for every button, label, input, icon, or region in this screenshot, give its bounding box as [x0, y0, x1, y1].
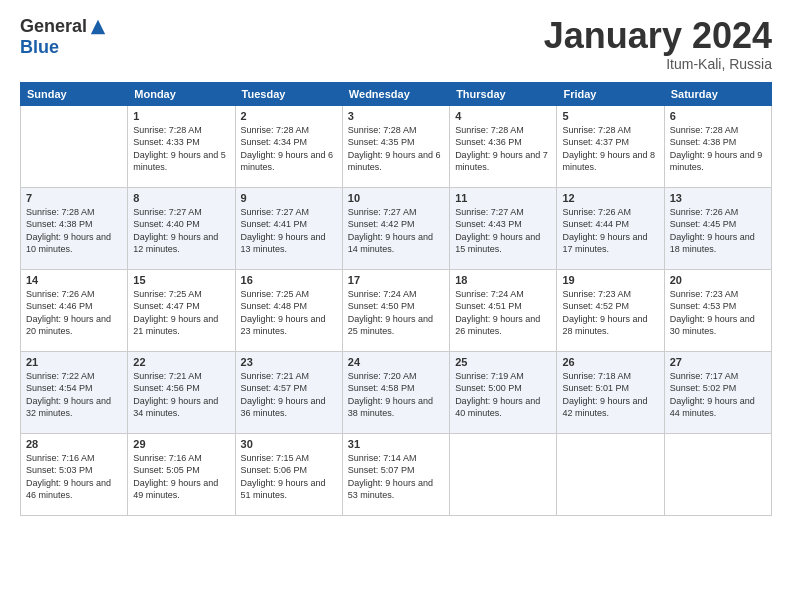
day-number: 28: [26, 438, 122, 450]
day-info: Sunrise: 7:24 AM Sunset: 4:50 PM Dayligh…: [348, 288, 444, 338]
day-info: Sunrise: 7:26 AM Sunset: 4:46 PM Dayligh…: [26, 288, 122, 338]
table-row: [557, 433, 664, 515]
day-info: Sunrise: 7:28 AM Sunset: 4:37 PM Dayligh…: [562, 124, 658, 174]
day-number: 6: [670, 110, 766, 122]
day-info: Sunrise: 7:28 AM Sunset: 4:33 PM Dayligh…: [133, 124, 229, 174]
day-number: 13: [670, 192, 766, 204]
day-info: Sunrise: 7:21 AM Sunset: 4:57 PM Dayligh…: [241, 370, 337, 420]
table-row: 25 Sunrise: 7:19 AM Sunset: 5:00 PM Dayl…: [450, 351, 557, 433]
day-number: 30: [241, 438, 337, 450]
title-area: January 2024 Itum-Kali, Russia: [544, 16, 772, 72]
day-info: Sunrise: 7:21 AM Sunset: 4:56 PM Dayligh…: [133, 370, 229, 420]
calendar-table: Sunday Monday Tuesday Wednesday Thursday…: [20, 82, 772, 516]
table-row: 27 Sunrise: 7:17 AM Sunset: 5:02 PM Dayl…: [664, 351, 771, 433]
day-number: 8: [133, 192, 229, 204]
day-number: 18: [455, 274, 551, 286]
day-info: Sunrise: 7:23 AM Sunset: 4:53 PM Dayligh…: [670, 288, 766, 338]
day-number: 11: [455, 192, 551, 204]
day-number: 2: [241, 110, 337, 122]
table-row: [450, 433, 557, 515]
table-row: 22 Sunrise: 7:21 AM Sunset: 4:56 PM Dayl…: [128, 351, 235, 433]
table-row: 12 Sunrise: 7:26 AM Sunset: 4:44 PM Dayl…: [557, 187, 664, 269]
day-number: 20: [670, 274, 766, 286]
calendar-header-row: Sunday Monday Tuesday Wednesday Thursday…: [21, 82, 772, 105]
table-row: 17 Sunrise: 7:24 AM Sunset: 4:50 PM Dayl…: [342, 269, 449, 351]
day-number: 16: [241, 274, 337, 286]
month-title: January 2024: [544, 16, 772, 56]
day-info: Sunrise: 7:27 AM Sunset: 4:40 PM Dayligh…: [133, 206, 229, 256]
day-number: 17: [348, 274, 444, 286]
svg-marker-0: [91, 19, 105, 33]
day-number: 24: [348, 356, 444, 368]
day-info: Sunrise: 7:23 AM Sunset: 4:52 PM Dayligh…: [562, 288, 658, 338]
day-info: Sunrise: 7:26 AM Sunset: 4:44 PM Dayligh…: [562, 206, 658, 256]
page: General Blue January 2024 Itum-Kali, Rus…: [0, 0, 792, 612]
day-number: 14: [26, 274, 122, 286]
day-number: 29: [133, 438, 229, 450]
day-info: Sunrise: 7:24 AM Sunset: 4:51 PM Dayligh…: [455, 288, 551, 338]
day-info: Sunrise: 7:15 AM Sunset: 5:06 PM Dayligh…: [241, 452, 337, 502]
day-number: 3: [348, 110, 444, 122]
day-info: Sunrise: 7:14 AM Sunset: 5:07 PM Dayligh…: [348, 452, 444, 502]
day-number: 4: [455, 110, 551, 122]
day-info: Sunrise: 7:16 AM Sunset: 5:03 PM Dayligh…: [26, 452, 122, 502]
logo-icon: [89, 18, 107, 36]
logo: General Blue: [20, 16, 107, 58]
table-row: 1 Sunrise: 7:28 AM Sunset: 4:33 PM Dayli…: [128, 105, 235, 187]
calendar-week-row: 28 Sunrise: 7:16 AM Sunset: 5:03 PM Dayl…: [21, 433, 772, 515]
logo-blue: Blue: [20, 37, 59, 58]
table-row: 4 Sunrise: 7:28 AM Sunset: 4:36 PM Dayli…: [450, 105, 557, 187]
day-info: Sunrise: 7:22 AM Sunset: 4:54 PM Dayligh…: [26, 370, 122, 420]
logo-general: General: [20, 16, 87, 37]
day-number: 21: [26, 356, 122, 368]
calendar-week-row: 7 Sunrise: 7:28 AM Sunset: 4:38 PM Dayli…: [21, 187, 772, 269]
day-number: 27: [670, 356, 766, 368]
day-number: 1: [133, 110, 229, 122]
col-friday: Friday: [557, 82, 664, 105]
table-row: 31 Sunrise: 7:14 AM Sunset: 5:07 PM Dayl…: [342, 433, 449, 515]
day-info: Sunrise: 7:28 AM Sunset: 4:36 PM Dayligh…: [455, 124, 551, 174]
day-info: Sunrise: 7:28 AM Sunset: 4:34 PM Dayligh…: [241, 124, 337, 174]
day-number: 5: [562, 110, 658, 122]
day-info: Sunrise: 7:28 AM Sunset: 4:38 PM Dayligh…: [670, 124, 766, 174]
day-number: 23: [241, 356, 337, 368]
day-info: Sunrise: 7:27 AM Sunset: 4:42 PM Dayligh…: [348, 206, 444, 256]
day-number: 9: [241, 192, 337, 204]
table-row: 18 Sunrise: 7:24 AM Sunset: 4:51 PM Dayl…: [450, 269, 557, 351]
day-number: 19: [562, 274, 658, 286]
table-row: 28 Sunrise: 7:16 AM Sunset: 5:03 PM Dayl…: [21, 433, 128, 515]
table-row: 21 Sunrise: 7:22 AM Sunset: 4:54 PM Dayl…: [21, 351, 128, 433]
day-info: Sunrise: 7:17 AM Sunset: 5:02 PM Dayligh…: [670, 370, 766, 420]
day-info: Sunrise: 7:27 AM Sunset: 4:41 PM Dayligh…: [241, 206, 337, 256]
col-wednesday: Wednesday: [342, 82, 449, 105]
table-row: 29 Sunrise: 7:16 AM Sunset: 5:05 PM Dayl…: [128, 433, 235, 515]
day-info: Sunrise: 7:27 AM Sunset: 4:43 PM Dayligh…: [455, 206, 551, 256]
table-row: 8 Sunrise: 7:27 AM Sunset: 4:40 PM Dayli…: [128, 187, 235, 269]
table-row: 19 Sunrise: 7:23 AM Sunset: 4:52 PM Dayl…: [557, 269, 664, 351]
col-thursday: Thursday: [450, 82, 557, 105]
col-sunday: Sunday: [21, 82, 128, 105]
table-row: 2 Sunrise: 7:28 AM Sunset: 4:34 PM Dayli…: [235, 105, 342, 187]
day-number: 7: [26, 192, 122, 204]
day-info: Sunrise: 7:16 AM Sunset: 5:05 PM Dayligh…: [133, 452, 229, 502]
table-row: [21, 105, 128, 187]
table-row: 11 Sunrise: 7:27 AM Sunset: 4:43 PM Dayl…: [450, 187, 557, 269]
day-number: 22: [133, 356, 229, 368]
day-info: Sunrise: 7:19 AM Sunset: 5:00 PM Dayligh…: [455, 370, 551, 420]
table-row: 5 Sunrise: 7:28 AM Sunset: 4:37 PM Dayli…: [557, 105, 664, 187]
day-number: 10: [348, 192, 444, 204]
table-row: 10 Sunrise: 7:27 AM Sunset: 4:42 PM Dayl…: [342, 187, 449, 269]
day-info: Sunrise: 7:18 AM Sunset: 5:01 PM Dayligh…: [562, 370, 658, 420]
table-row: 6 Sunrise: 7:28 AM Sunset: 4:38 PM Dayli…: [664, 105, 771, 187]
table-row: 16 Sunrise: 7:25 AM Sunset: 4:48 PM Dayl…: [235, 269, 342, 351]
day-info: Sunrise: 7:28 AM Sunset: 4:35 PM Dayligh…: [348, 124, 444, 174]
table-row: 9 Sunrise: 7:27 AM Sunset: 4:41 PM Dayli…: [235, 187, 342, 269]
table-row: 26 Sunrise: 7:18 AM Sunset: 5:01 PM Dayl…: [557, 351, 664, 433]
col-monday: Monday: [128, 82, 235, 105]
calendar-week-row: 1 Sunrise: 7:28 AM Sunset: 4:33 PM Dayli…: [21, 105, 772, 187]
day-number: 15: [133, 274, 229, 286]
day-info: Sunrise: 7:25 AM Sunset: 4:48 PM Dayligh…: [241, 288, 337, 338]
table-row: 15 Sunrise: 7:25 AM Sunset: 4:47 PM Dayl…: [128, 269, 235, 351]
day-info: Sunrise: 7:26 AM Sunset: 4:45 PM Dayligh…: [670, 206, 766, 256]
calendar-week-row: 14 Sunrise: 7:26 AM Sunset: 4:46 PM Dayl…: [21, 269, 772, 351]
